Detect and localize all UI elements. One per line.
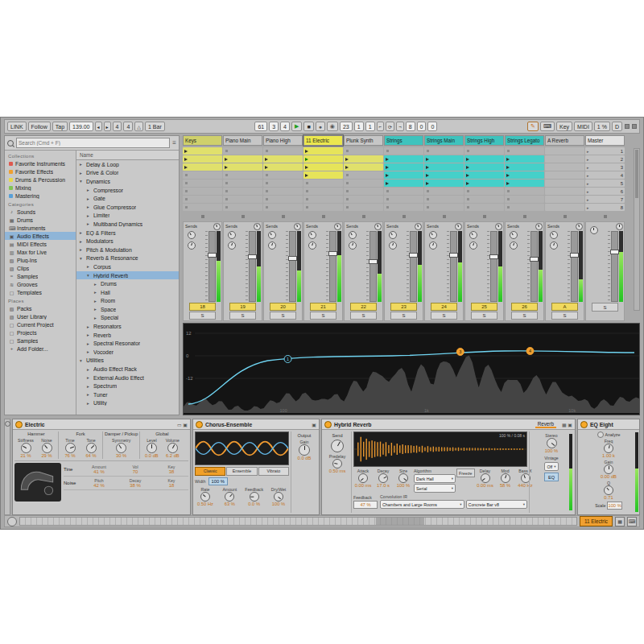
session-record-button[interactable]: ◉ xyxy=(327,122,338,131)
fader-handle[interactable] xyxy=(328,251,337,256)
param-knob[interactable] xyxy=(167,443,178,453)
tree-item-utilities[interactable]: ▾Utilities xyxy=(76,357,179,365)
nudge-down-button[interactable]: ◂ xyxy=(95,122,102,131)
solo-button[interactable]: S xyxy=(229,312,256,320)
tempo-field[interactable]: 139.00 xyxy=(69,122,93,131)
clip-slot-empty[interactable] xyxy=(344,196,383,203)
send-a-knob[interactable] xyxy=(510,231,518,239)
tab-reverb[interactable]: Reverb xyxy=(535,421,556,428)
search-input[interactable] xyxy=(16,138,170,148)
tree-item-limiter[interactable]: ▸Limiter xyxy=(76,212,179,221)
clip-slot-empty[interactable] xyxy=(545,171,584,179)
pan-knob[interactable] xyxy=(535,223,543,230)
browser-item-favorite-instruments[interactable]: Favorite Instruments xyxy=(5,159,76,167)
param-knob[interactable] xyxy=(604,464,613,474)
position-bars[interactable]: 61 xyxy=(254,122,267,131)
browser-item-favorite-effects[interactable]: Favorite Effects xyxy=(5,167,76,175)
loop-length-beats[interactable]: 0 xyxy=(417,122,427,131)
clip-slot-empty[interactable] xyxy=(545,147,584,155)
track-header-11-electric[interactable]: 11 Electric xyxy=(303,135,343,146)
clip-view-toggle-icon[interactable]: ▦ xyxy=(615,517,625,526)
browser-item-mastering[interactable]: Mastering xyxy=(5,192,76,200)
device-power-button[interactable] xyxy=(324,421,332,428)
send-b-knob[interactable] xyxy=(308,242,316,250)
clip-slot-filled[interactable] xyxy=(344,163,383,171)
stop-button[interactable]: ■ xyxy=(303,122,313,131)
punch-out-button[interactable]: ¬ xyxy=(396,122,404,131)
clip-slot-empty[interactable] xyxy=(223,147,262,155)
browser-item-midi-effects[interactable]: ▤MIDI Effects xyxy=(5,240,76,248)
track-activator[interactable]: 23 xyxy=(390,303,417,311)
tree-item-reverb[interactable]: ▸Reverb xyxy=(76,331,179,340)
param-key[interactable]: Key18 xyxy=(155,478,188,488)
track-activator[interactable]: A xyxy=(551,303,578,311)
volume-fader[interactable] xyxy=(450,231,457,302)
send-a-knob[interactable] xyxy=(550,231,558,239)
volume-fader[interactable] xyxy=(329,231,336,302)
clip-slot-empty[interactable] xyxy=(223,180,262,187)
track-header-strings[interactable]: Strings xyxy=(384,135,423,146)
scene-slot[interactable]: ▸3 xyxy=(585,163,625,171)
clip-slot-empty[interactable] xyxy=(344,204,383,211)
track-header-keys[interactable]: Keys xyxy=(183,135,222,146)
tree-item-drums[interactable]: ▸Drums xyxy=(76,279,179,288)
fader-handle[interactable] xyxy=(208,253,217,258)
send-a-knob[interactable] xyxy=(308,231,316,239)
metronome-button[interactable]: △ xyxy=(134,122,143,131)
pan-knob[interactable] xyxy=(334,223,341,230)
param-knob[interactable] xyxy=(42,443,52,453)
pan-knob[interactable] xyxy=(576,223,583,230)
track-activator[interactable]: 19 xyxy=(229,303,256,311)
scene-slot[interactable]: ▸6 xyxy=(585,188,625,195)
pan-knob[interactable] xyxy=(213,223,221,230)
tree-item-dynamics[interactable]: ▾Dynamics xyxy=(76,177,179,186)
clip-slot-filled[interactable] xyxy=(223,163,262,171)
tree-item-compressor[interactable]: ▸Compressor xyxy=(76,186,179,195)
loop-length-sixteenths[interactable]: 0 xyxy=(427,122,437,131)
clip-slot-empty[interactable] xyxy=(263,180,303,187)
tree-item-glue-compressor[interactable]: ▸Glue Compressor xyxy=(76,203,179,212)
tree-item-gate[interactable]: ▸Gate xyxy=(76,194,179,203)
volume-fader[interactable] xyxy=(289,231,296,302)
clip-slot-empty[interactable] xyxy=(545,188,584,195)
algorithm-select[interactable]: Dark Hall xyxy=(414,474,456,483)
clip-slot-empty[interactable] xyxy=(464,147,504,155)
fader-handle[interactable] xyxy=(570,253,579,258)
filter-icon[interactable]: ≡ xyxy=(172,139,176,147)
pan-knob[interactable] xyxy=(415,223,422,230)
volume-fader[interactable] xyxy=(490,231,497,302)
param-knob[interactable] xyxy=(547,438,557,448)
clip-slot-empty[interactable] xyxy=(464,204,504,211)
track-header-strings-high[interactable]: Strings High xyxy=(464,135,504,146)
browser-item-current-project[interactable]: ▢Current Project xyxy=(5,320,76,328)
volume-fader[interactable] xyxy=(530,231,538,302)
freeze-button[interactable]: Freeze xyxy=(456,469,475,477)
clip-slot-empty[interactable] xyxy=(424,196,464,203)
nudge-up-button[interactable]: ▸ xyxy=(104,122,111,131)
arrangement-record-button[interactable]: ● xyxy=(316,122,325,131)
tree-item-resonators[interactable]: ▸Resonators xyxy=(76,322,179,331)
position-sixteenths[interactable]: 4 xyxy=(280,122,290,131)
clip-slot-empty[interactable] xyxy=(183,204,222,211)
quantization-menu[interactable]: 1 Bar xyxy=(145,122,165,131)
clip-slot-empty[interactable] xyxy=(505,188,544,195)
tree-item-utility[interactable]: ▸Utility xyxy=(76,399,179,408)
clip-slot-filled[interactable] xyxy=(464,163,504,171)
session-scrollbar[interactable] xyxy=(634,148,640,311)
clip-slot-empty[interactable] xyxy=(223,171,262,179)
browser-item-samples[interactable]: ≈Samples xyxy=(5,272,76,280)
param-knob[interactable] xyxy=(86,443,97,453)
param-knob[interactable] xyxy=(481,473,490,483)
send-b-knob[interactable] xyxy=(550,242,558,250)
param-knob[interactable] xyxy=(604,444,613,453)
play-button[interactable]: ▶ xyxy=(291,122,302,131)
ir-file-select[interactable]: Concrete Bar v8 xyxy=(466,500,527,509)
track-header-strings-main[interactable]: Strings Main xyxy=(424,135,464,146)
clip-slot-filled[interactable] xyxy=(424,163,464,171)
clip-stop-button[interactable] xyxy=(545,213,584,220)
pan-knob[interactable] xyxy=(455,223,462,230)
tree-item-tuner[interactable]: ▸Tuner xyxy=(76,390,179,399)
midi-map-button[interactable]: MIDI xyxy=(574,122,592,131)
clip-slot-empty[interactable] xyxy=(545,204,584,211)
param-decay[interactable]: Decay38 % xyxy=(118,478,152,488)
